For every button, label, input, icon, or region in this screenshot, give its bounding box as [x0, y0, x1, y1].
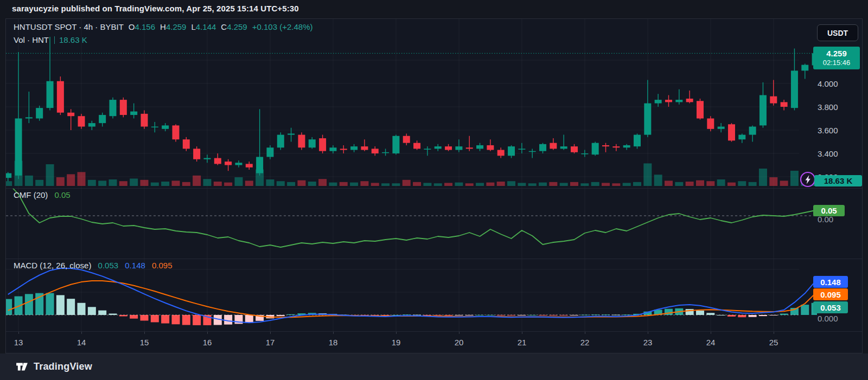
- candle: [172, 125, 179, 139]
- candle: [424, 149, 431, 150]
- price-axis-label: 3.600: [818, 126, 838, 135]
- cmf-value: 0.05: [55, 190, 71, 199]
- macd-hist-bar: [623, 314, 631, 315]
- price-axis-label: 4.000: [818, 79, 838, 88]
- candle: [110, 100, 117, 116]
- tradingview-logo[interactable]: TradingView: [15, 360, 92, 373]
- volume-bar: [224, 183, 232, 186]
- volume-bar: [790, 171, 799, 186]
- macd-hist-bar: [812, 303, 817, 315]
- macd-hist-bar: [130, 315, 138, 319]
- time-axis[interactable]: 13141516171819202122232425: [6, 331, 863, 353]
- symbol-legend[interactable]: HNTUSDT SPOT · 4h · BYBITO4.156H4.259L4.…: [14, 22, 312, 31]
- macd-hist-value: 0.053: [98, 261, 119, 270]
- candle: [57, 81, 64, 113]
- volume-bar: [119, 181, 127, 186]
- candle: [15, 119, 22, 176]
- candle: [644, 104, 651, 135]
- candle: [508, 146, 515, 156]
- candle: [162, 125, 169, 128]
- macd-hist-badge: 0.053: [813, 301, 848, 313]
- volume-bar: [612, 183, 620, 186]
- cmf-zero-label: 0.00: [818, 215, 833, 224]
- macd-hist-bar: [6, 299, 12, 315]
- currency-toggle-button[interactable]: USDT: [817, 24, 858, 41]
- macd-line-badge: 0.148: [813, 276, 848, 288]
- volume-bar: [234, 177, 242, 186]
- candle: [801, 65, 808, 71]
- pane-divider[interactable]: [6, 259, 863, 259]
- time-axis-label: 22: [580, 338, 590, 347]
- macd-hist-bar: [67, 299, 75, 315]
- volume-bar: [214, 182, 222, 186]
- macd-hist-bar: [88, 307, 96, 315]
- macd-hist-bar: [769, 315, 777, 315]
- cmf-line: [8, 188, 815, 247]
- candle: [203, 158, 210, 159]
- volume-bar: [171, 181, 180, 186]
- cmf-pane[interactable]: [6, 188, 817, 259]
- pane-divider[interactable]: [6, 188, 863, 189]
- macd-hist-bar: [801, 305, 809, 315]
- candle: [413, 143, 420, 149]
- time-axis-label: 16: [203, 338, 212, 347]
- chart-container[interactable]: HNTUSDT SPOT · 4h · BYBITO4.156H4.259L4.…: [5, 18, 863, 353]
- candle: [130, 112, 137, 115]
- macd-hist-bar: [696, 311, 704, 315]
- footer-bar: TradingView: [0, 353, 868, 380]
- volume-label: Vol · HNT: [14, 35, 49, 44]
- published-bar: sarayucyzie published on TradingView.com…: [0, 0, 868, 18]
- volume-bar: [88, 180, 96, 186]
- axis-divider: [6, 331, 863, 332]
- volume-bar: [580, 183, 589, 186]
- price-pane[interactable]: [6, 19, 817, 188]
- candle: [550, 143, 557, 149]
- volume-bar: [193, 176, 201, 186]
- volume-bar: [46, 164, 54, 186]
- time-axis-label: 17: [266, 338, 275, 347]
- candle: [435, 146, 442, 149]
- volume-bar: [643, 163, 652, 186]
- volume-bar: [350, 183, 358, 186]
- macd-hist-bar: [78, 303, 86, 315]
- volume-bar: [140, 180, 148, 186]
- candle: [497, 150, 505, 156]
- cmf-legend[interactable]: CMF (20) 0.05: [14, 190, 71, 199]
- candle: [612, 146, 620, 147]
- volume-bar: [67, 174, 75, 186]
- candle: [760, 95, 767, 126]
- volume-bar: [528, 183, 537, 186]
- candle: [623, 145, 630, 147]
- candle: [466, 147, 473, 149]
- macd-hist-bar: [98, 311, 106, 315]
- volume-bar: [455, 183, 463, 186]
- tradingview-logo-text: TradingView: [34, 361, 92, 372]
- candle: [791, 70, 798, 108]
- cmf-scale-badge: 0.05: [813, 205, 845, 216]
- volume-bar: [476, 183, 484, 186]
- candle: [99, 115, 106, 123]
- legend-separator: [54, 36, 55, 44]
- candle: [686, 99, 693, 102]
- volume-legend[interactable]: Vol · HNT18.63 K: [14, 35, 87, 44]
- volume-bar: [78, 172, 86, 186]
- candle: [277, 135, 284, 148]
- macd-line-value: 0.148: [125, 261, 145, 270]
- volume-bar: [340, 182, 348, 186]
- time-axis-label: 24: [706, 338, 716, 347]
- volume-bar: [109, 179, 117, 186]
- volume-bar: [381, 183, 390, 186]
- volume-bar: [266, 179, 274, 186]
- volume-bar: [706, 181, 714, 186]
- macd-hist-bar: [580, 315, 589, 315]
- tradingview-snapshot: sarayucyzie published on TradingView.com…: [0, 0, 868, 380]
- macd-legend[interactable]: MACD (12, 26, close) 0.053 0.148 0.095: [14, 261, 173, 270]
- volume-bar: [486, 183, 494, 186]
- ohlc-part: C4.259: [221, 22, 247, 31]
- macd-zero-label: 0.000: [818, 314, 838, 323]
- volume-bar: [360, 181, 368, 186]
- ohlc-values: O4.156H4.259L4.144C4.259: [124, 22, 247, 31]
- candle: [319, 138, 326, 151]
- candle: [340, 149, 347, 150]
- macd-hist-bar: [140, 315, 148, 321]
